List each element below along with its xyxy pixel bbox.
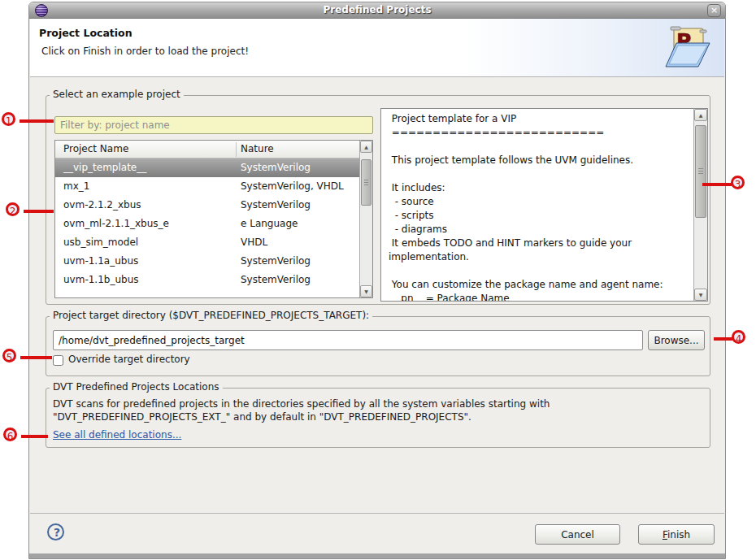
override-target-checkbox[interactable] [53, 355, 63, 366]
callout-3: 3 [731, 176, 745, 189]
page-subtitle: Click on Finish in order to load the pro… [41, 46, 249, 57]
column-divider [236, 142, 237, 157]
scroll-down-icon[interactable]: ▼ [694, 289, 707, 301]
scrollbar-grip [698, 168, 703, 174]
callout-6-arrow [21, 435, 48, 438]
window-title: Predefined Projects [29, 4, 725, 15]
column-header-project-name[interactable]: Project Name [63, 143, 128, 154]
table-scrollbar[interactable]: ▲ ▼ [359, 141, 372, 297]
scroll-up-icon[interactable]: ▲ [694, 109, 707, 121]
target-directory-group: Project target directory ($DVT_PREDEFINE… [46, 316, 710, 376]
table-row-usb-sim-model[interactable]: usb_sim_model VHDL [55, 233, 360, 252]
browse-button[interactable]: Browse... [648, 330, 705, 350]
override-target-label[interactable]: Override target directory [68, 354, 190, 365]
footer-separator [30, 513, 724, 514]
template-description-text: Project template for a VIP =============… [381, 112, 693, 302]
callout-3-arrow [702, 183, 732, 186]
locations-group: DVT Predefined Projects Locations DVT sc… [46, 388, 710, 448]
help-icon: ? [54, 526, 60, 539]
table-row-uvm-1-1a-ubus[interactable]: uvm-1.1a_ubus SystemVerilog [55, 252, 360, 271]
table-row-vip-template[interactable]: __vip_template__ SystemVerilog [55, 158, 360, 177]
project-folder-icon: P [663, 23, 715, 70]
callout-5: 5 [2, 349, 16, 362]
table-row-ovm-xbus[interactable]: ovm-2.1.2_xbus SystemVerilog [55, 196, 360, 215]
wizard-header: Project Location Click on Finish in orde… [30, 19, 724, 77]
filter-input[interactable] [54, 116, 373, 134]
callout-1-arrow [20, 119, 54, 123]
locations-description-line1: DVT scans for predefined projects in the… [53, 398, 550, 410]
close-button[interactable]: × [707, 4, 721, 17]
example-project-group: Select an example project Project Name N… [46, 95, 710, 305]
callout-1: 1 [2, 112, 15, 126]
description-scrollbar-thumb[interactable] [695, 125, 706, 218]
template-description-panel[interactable]: Project template for a VIP =============… [380, 108, 708, 302]
callout-5-arrow [20, 356, 52, 359]
callout-4-arrow [714, 337, 732, 341]
screenshot-canvas: Predefined Projects × Project Location C… [0, 0, 756, 560]
table-scrollbar-thumb[interactable] [361, 159, 371, 206]
table-row-uvm-1-1b-ubus[interactable]: uvm-1.1b_ubus SystemVerilog [55, 271, 360, 289]
table-header[interactable]: Project Name Nature [55, 141, 360, 158]
callout-4: 4 [732, 330, 745, 344]
predefined-projects-dialog: Predefined Projects × Project Location C… [28, 2, 726, 559]
target-directory-input[interactable] [53, 330, 643, 350]
finish-button[interactable]: Finish [638, 524, 715, 545]
column-header-nature[interactable]: Nature [241, 143, 274, 154]
page-title: Project Location [39, 27, 133, 39]
table-row-mx1[interactable]: mx_1 SystemVerilog, VHDL [55, 177, 360, 196]
window-bottom-border [29, 553, 725, 558]
scroll-down-icon[interactable]: ▼ [360, 285, 372, 297]
scrollbar-grip [364, 180, 368, 185]
cancel-button[interactable]: Cancel [535, 524, 620, 545]
description-scrollbar[interactable]: ▲ ▼ [693, 109, 707, 301]
see-all-locations-link[interactable]: See all defined locations... [53, 429, 181, 441]
callout-2-arrow [24, 210, 54, 213]
example-project-group-label: Select an example project [50, 89, 184, 100]
titlebar[interactable]: Predefined Projects × [29, 2, 725, 19]
target-directory-group-label: Project target directory ($DVT_PREDEFINE… [50, 310, 372, 321]
scroll-up-icon[interactable]: ▲ [360, 141, 372, 153]
callout-6: 6 [3, 428, 17, 441]
help-button[interactable]: ? [47, 523, 64, 540]
locations-description-line2: "DVT_PREDEFINED_PROJECTS_EXT_" and by de… [53, 411, 471, 423]
close-icon: × [710, 5, 718, 15]
locations-group-label: DVT Predefined Projects Locations [50, 381, 223, 393]
callout-2: 2 [6, 202, 20, 216]
table-row-ovm-ml-xbus-e[interactable]: ovm_ml-2.1.1_xbus_e e Language [55, 215, 360, 233]
project-table[interactable]: Project Name Nature __vip_template__ Sys… [54, 140, 373, 298]
